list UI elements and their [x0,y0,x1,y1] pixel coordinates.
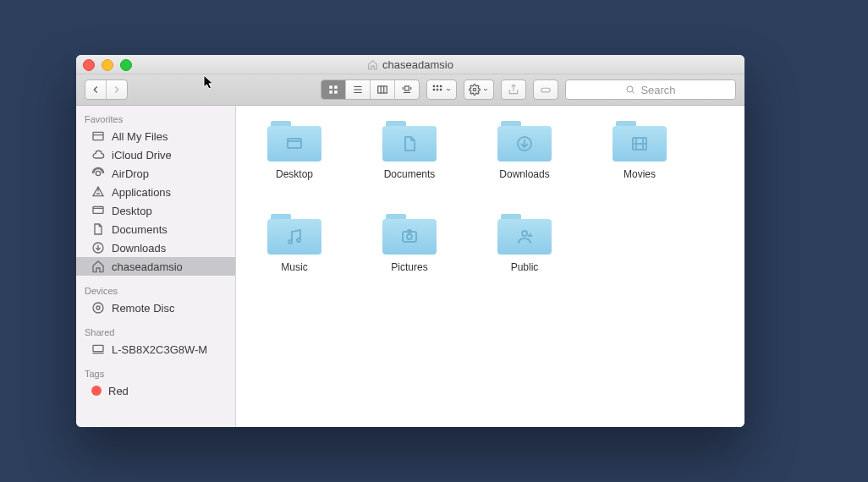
sidebar-item-applications[interactable]: Applications [76,183,235,201]
sidebar-item-tag-red[interactable]: Red [76,381,235,400]
svg-rect-2 [329,90,332,94]
sidebar-item-label: AirDrop [112,167,149,180]
search-icon [625,85,635,95]
svg-rect-18 [437,89,438,90]
airdrop-icon [91,167,105,180]
icon-view-button[interactable] [321,80,346,99]
sidebar-item-downloads[interactable]: Downloads [76,238,235,257]
sidebar-header-favorites: Favorites [76,111,235,127]
svg-point-23 [627,86,633,92]
svg-rect-7 [378,86,387,93]
sidebar-item-remote-disc[interactable]: Remote Disc [76,299,235,317]
toolbar: Search [76,74,744,106]
svg-rect-17 [433,89,435,90]
share-icon [508,84,519,96]
tag-dot-icon [91,386,102,396]
folder-public[interactable]: Public [486,214,563,273]
titlebar: chaseadamsio [76,55,744,74]
folder-desktop[interactable]: Desktop [256,121,332,180]
home-icon [367,59,378,70]
folder-movies[interactable]: Movies [602,121,678,180]
folder-icon [613,121,667,162]
chevron-down-icon [445,86,452,93]
sidebar-item-home[interactable]: chaseadamsio [76,257,235,276]
sidebar-item-shared-computer[interactable]: L-SB8X2C3G8W-M [76,340,235,359]
nav-segment [85,79,128,100]
folder-label: Public [511,261,539,273]
svg-rect-14 [433,85,435,87]
sidebar-item-label: Documents [112,223,168,236]
svg-rect-30 [93,206,103,213]
finder-window: chaseadamsio [76,55,744,427]
svg-rect-10 [405,86,409,90]
folder-label: Desktop [276,168,313,180]
action-button[interactable] [464,80,493,99]
share-segment[interactable] [501,79,526,100]
svg-point-51 [522,231,527,236]
folder-label: Music [281,261,307,273]
svg-rect-3 [334,90,338,94]
svg-line-24 [633,91,635,93]
share-button[interactable] [502,80,525,99]
folder-icon [382,214,437,255]
action-segment[interactable] [464,79,494,100]
folder-icon [267,214,321,255]
arrange-button[interactable] [427,80,456,99]
back-button[interactable] [85,80,107,99]
folder-downloads[interactable]: Downloads [486,121,563,180]
documents-icon [91,222,105,236]
content-area[interactable]: DesktopDocumentsDownloadsMoviesMusicPict… [236,106,744,427]
close-button[interactable] [83,59,95,71]
sidebar-item-label: Red [108,385,129,397]
sidebar-item-icloud-drive[interactable]: iCloud Drive [76,145,235,164]
sidebar-item-documents[interactable]: Documents [76,220,235,238]
svg-point-34 [93,303,103,313]
icon-grid: DesktopDocumentsDownloadsMoviesMusicPict… [256,121,724,273]
sidebar-item-label: L-SB8X2C3G8W-M [112,343,207,356]
maximize-button[interactable] [120,59,132,71]
sidebar-item-all-my-files[interactable]: All My Files [76,127,235,145]
list-view-button[interactable] [346,80,371,99]
arrange-segment[interactable] [426,79,457,100]
svg-point-49 [407,234,412,239]
folder-label: Downloads [499,168,549,180]
cloud-icon [91,148,105,162]
gear-icon [469,84,481,96]
folder-pictures[interactable]: Pictures [371,214,448,273]
tags-segment[interactable] [533,79,558,100]
folder-icon [497,121,552,162]
folder-label: Movies [624,168,656,180]
all-my-files-icon [91,129,105,143]
search-field[interactable]: Search [565,79,736,100]
minimize-button[interactable] [102,59,113,71]
sidebar-item-airdrop[interactable]: AirDrop [76,164,235,183]
sidebar-item-desktop[interactable]: Desktop [76,201,235,220]
svg-rect-38 [288,139,301,148]
column-view-button[interactable] [371,80,395,99]
svg-rect-0 [329,85,332,89]
svg-rect-16 [440,85,442,87]
window-controls [83,59,132,71]
desktop-icon [91,204,105,217]
sidebar-item-label: Remote Disc [112,302,174,315]
svg-rect-1 [334,85,338,89]
window-body: Favorites All My Files iCloud Drive AirD… [76,106,744,427]
folder-music[interactable]: Music [256,214,332,273]
coverflow-view-button[interactable] [395,80,419,99]
svg-rect-25 [93,132,103,140]
svg-rect-36 [93,345,103,351]
forward-button[interactable] [107,80,127,99]
window-title: chaseadamsio [382,58,453,71]
folder-icon [267,121,321,162]
sidebar-item-label: All My Files [112,130,168,143]
search-placeholder: Search [640,84,675,96]
folder-documents[interactable]: Documents [371,121,448,180]
edit-tags-button[interactable] [534,80,558,99]
svg-point-47 [297,238,300,242]
svg-rect-22 [541,88,551,92]
svg-point-35 [96,306,100,309]
sidebar-item-label: chaseadamsio [112,260,183,273]
sidebar-item-label: Downloads [112,242,166,255]
sidebar-item-label: Applications [112,186,171,199]
home-icon [91,260,105,273]
